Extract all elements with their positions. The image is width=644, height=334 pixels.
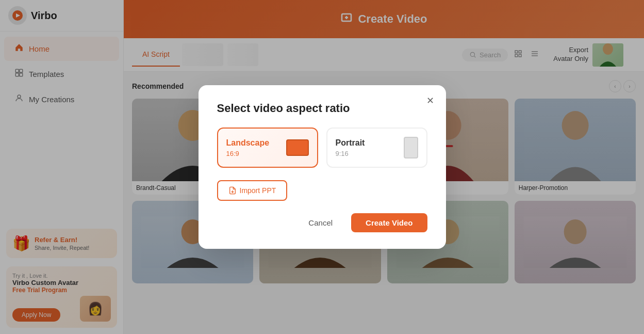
import-ppt-label: Import PPT — [240, 186, 276, 195]
landscape-option[interactable]: Landscape 16:9 — [217, 128, 318, 168]
modal-actions: Cancel Create Video — [217, 213, 427, 232]
landscape-label: Landscape — [226, 138, 270, 148]
create-video-button[interactable]: Create Video — [351, 213, 427, 232]
aspect-ratio-modal: ✕ Select video aspect ratio Landscape 16… — [199, 85, 446, 249]
modal-title: Select video aspect ratio — [217, 102, 427, 115]
portrait-label: Portrait — [336, 138, 365, 148]
cancel-button[interactable]: Cancel — [296, 213, 345, 232]
import-ppt-icon — [228, 186, 237, 195]
portrait-icon — [404, 137, 418, 158]
landscape-ratio: 16:9 — [226, 150, 270, 157]
aspect-options: Landscape 16:9 Portrait 9:16 — [217, 128, 427, 168]
modal-close-button[interactable]: ✕ — [423, 93, 438, 108]
modal-overlay: ✕ Select video aspect ratio Landscape 16… — [0, 0, 644, 334]
landscape-icon — [286, 139, 309, 156]
portrait-ratio: 9:16 — [336, 150, 365, 157]
portrait-option[interactable]: Portrait 9:16 — [326, 128, 427, 168]
import-ppt-button[interactable]: Import PPT — [217, 180, 288, 201]
